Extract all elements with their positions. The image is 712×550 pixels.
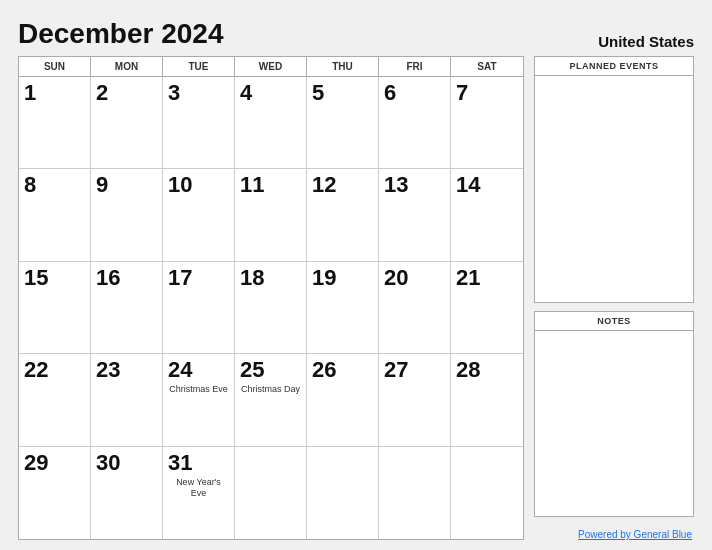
calendar-day-1[interactable]: 1 <box>19 77 91 169</box>
calendar-day-18[interactable]: 18 <box>235 262 307 354</box>
calendar-day-31[interactable]: 31New Year's Eve <box>163 447 235 539</box>
calendar-day-3[interactable]: 3 <box>163 77 235 169</box>
calendar-empty-3 <box>379 447 451 539</box>
notes-title: NOTES <box>535 312 693 331</box>
calendar-day-9[interactable]: 9 <box>91 169 163 261</box>
calendar-day-23[interactable]: 23 <box>91 354 163 446</box>
day-header-mon: MON <box>91 57 163 76</box>
planned-events-content[interactable] <box>535 76 693 302</box>
day-header-fri: FRI <box>379 57 451 76</box>
calendar-day-16[interactable]: 16 <box>91 262 163 354</box>
notes-box: NOTES <box>534 311 694 517</box>
planned-events-title: PLANNED EVENTS <box>535 57 693 76</box>
calendar-day-6[interactable]: 6 <box>379 77 451 169</box>
calendar-day-2[interactable]: 2 <box>91 77 163 169</box>
country-label: United States <box>598 33 694 50</box>
calendar-page: December 2024 United States SUN MON TUE … <box>0 0 712 550</box>
notes-content[interactable] <box>535 331 693 516</box>
calendar-empty-4 <box>451 447 523 539</box>
calendar-day-30[interactable]: 30 <box>91 447 163 539</box>
calendar-day-7[interactable]: 7 <box>451 77 523 169</box>
calendar-day-11[interactable]: 11 <box>235 169 307 261</box>
calendar-day-21[interactable]: 21 <box>451 262 523 354</box>
footer: Powered by General Blue <box>534 529 694 540</box>
calendar-day-24[interactable]: 24Christmas Eve <box>163 354 235 446</box>
day-header-tue: TUE <box>163 57 235 76</box>
calendar-grid: 1 2 3 4 5 6 7 8 9 10 11 12 13 14 15 16 1… <box>19 77 523 539</box>
calendar-day-12[interactable]: 12 <box>307 169 379 261</box>
calendar-day-15[interactable]: 15 <box>19 262 91 354</box>
day-header-thu: THU <box>307 57 379 76</box>
day-header-sat: SAT <box>451 57 523 76</box>
day-headers-row: SUN MON TUE WED THU FRI SAT <box>19 57 523 77</box>
calendar-day-28[interactable]: 28 <box>451 354 523 446</box>
page-header: December 2024 United States <box>18 18 694 50</box>
sidebar: PLANNED EVENTS NOTES Powered by General … <box>534 56 694 540</box>
calendar-day-20[interactable]: 20 <box>379 262 451 354</box>
calendar-section: SUN MON TUE WED THU FRI SAT 1 2 3 4 5 6 … <box>18 56 524 540</box>
day-header-wed: WED <box>235 57 307 76</box>
calendar-day-17[interactable]: 17 <box>163 262 235 354</box>
planned-events-box: PLANNED EVENTS <box>534 56 694 303</box>
calendar-day-26[interactable]: 26 <box>307 354 379 446</box>
calendar-day-27[interactable]: 27 <box>379 354 451 446</box>
calendar-day-5[interactable]: 5 <box>307 77 379 169</box>
main-content: SUN MON TUE WED THU FRI SAT 1 2 3 4 5 6 … <box>18 56 694 540</box>
calendar-day-25[interactable]: 25Christmas Day <box>235 354 307 446</box>
calendar-day-29[interactable]: 29 <box>19 447 91 539</box>
calendar-day-8[interactable]: 8 <box>19 169 91 261</box>
calendar-day-14[interactable]: 14 <box>451 169 523 261</box>
calendar-day-4[interactable]: 4 <box>235 77 307 169</box>
day-header-sun: SUN <box>19 57 91 76</box>
calendar-empty-1 <box>235 447 307 539</box>
calendar-day-22[interactable]: 22 <box>19 354 91 446</box>
calendar-day-19[interactable]: 19 <box>307 262 379 354</box>
calendar-day-13[interactable]: 13 <box>379 169 451 261</box>
calendar-empty-2 <box>307 447 379 539</box>
powered-by-link[interactable]: Powered by General Blue <box>578 529 692 540</box>
calendar-day-10[interactable]: 10 <box>163 169 235 261</box>
month-year-title: December 2024 <box>18 18 223 50</box>
